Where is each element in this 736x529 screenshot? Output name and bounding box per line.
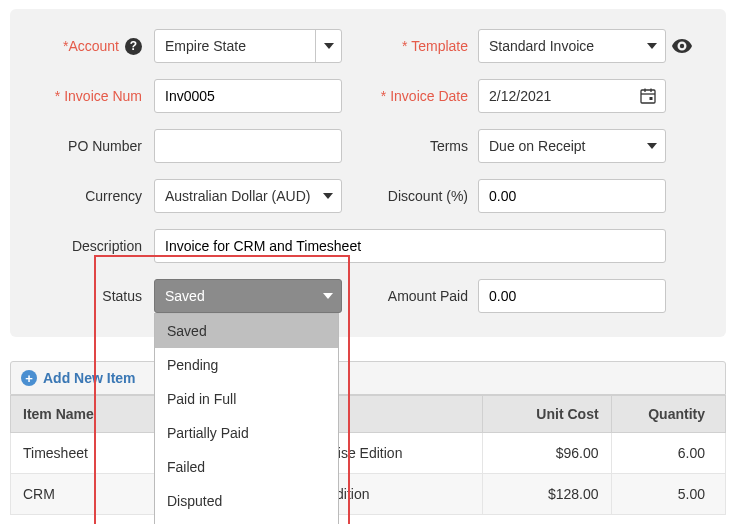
status-option-failed[interactable]: Failed — [155, 450, 338, 484]
table-row[interactable]: CRM CRM Enterprise Edition $128.00 5.00 — [11, 474, 726, 515]
amount-paid-input[interactable] — [478, 279, 666, 313]
discount-input[interactable] — [478, 179, 666, 213]
status-option-saved[interactable]: Saved — [155, 314, 338, 348]
invoice-num-label: Invoice Num — [34, 88, 154, 104]
caret-icon — [315, 180, 341, 212]
status-value: Saved — [165, 288, 205, 304]
terms-label: Terms — [376, 138, 478, 154]
po-number-input[interactable] — [154, 129, 342, 163]
table-row[interactable]: Timesheet Timesheet Enterprise Edition $… — [11, 433, 726, 474]
caret-icon — [639, 130, 665, 162]
description-input[interactable] — [154, 229, 666, 263]
terms-value: Due on Receipt — [489, 138, 586, 154]
currency-value: Australian Dollar (AUD) — [165, 188, 310, 204]
invoice-date-label: Invoice Date — [376, 88, 478, 104]
account-label: Account — [68, 38, 119, 54]
status-option-paid-in-full[interactable]: Paid in Full — [155, 382, 338, 416]
plus-icon: + — [21, 370, 37, 386]
template-label: Template — [376, 38, 478, 54]
account-value: Empire State — [165, 38, 246, 54]
caret-icon — [315, 30, 341, 62]
calendar-icon[interactable] — [637, 80, 659, 112]
status-select[interactable]: Saved — [154, 279, 342, 313]
preview-icon[interactable] — [672, 39, 692, 53]
col-unit-cost: Unit Cost — [482, 396, 611, 433]
svg-rect-5 — [650, 97, 653, 100]
caret-icon — [315, 280, 341, 312]
status-option-declined[interactable]: Declined — [155, 518, 338, 524]
items-panel: + Add New Item Item Name Description Uni… — [10, 361, 726, 515]
add-new-item-button[interactable]: + Add New Item — [10, 361, 726, 395]
template-select[interactable]: Standard Invoice — [478, 29, 666, 63]
currency-select[interactable]: Australian Dollar (AUD) — [154, 179, 342, 213]
po-number-label: PO Number — [34, 138, 154, 154]
terms-select[interactable]: Due on Receipt — [478, 129, 666, 163]
svg-point-0 — [680, 44, 684, 48]
amount-paid-label: Amount Paid — [376, 288, 478, 304]
description-label: Description — [34, 238, 154, 254]
help-icon[interactable]: ? — [125, 38, 142, 55]
status-option-partially-paid[interactable]: Partially Paid — [155, 416, 338, 450]
caret-icon — [639, 30, 665, 62]
status-dropdown: Saved Pending Paid in Full Partially Pai… — [154, 313, 339, 524]
account-select[interactable]: Empire State — [154, 29, 342, 63]
invoice-form-panel: Account ? Empire State Template Standard… — [10, 9, 726, 337]
col-quantity: Quantity — [611, 396, 725, 433]
invoice-date-input[interactable]: 2/12/2021 — [478, 79, 666, 113]
discount-label: Discount (%) — [376, 188, 478, 204]
template-value: Standard Invoice — [489, 38, 594, 54]
items-table: Item Name Description Unit Cost Quantity… — [10, 395, 726, 515]
currency-label: Currency — [34, 188, 154, 204]
invoice-num-input[interactable] — [154, 79, 342, 113]
status-label: Status — [34, 288, 154, 304]
status-option-disputed[interactable]: Disputed — [155, 484, 338, 518]
svg-rect-1 — [641, 90, 655, 103]
status-option-pending[interactable]: Pending — [155, 348, 338, 382]
